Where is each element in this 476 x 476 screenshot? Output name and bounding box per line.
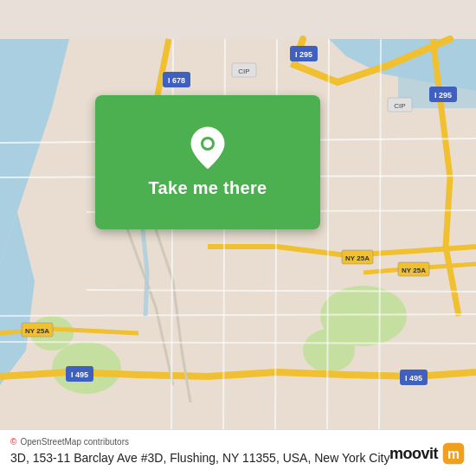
moovit-icon: m bbox=[441, 441, 466, 466]
svg-text:I 678: I 678 bbox=[168, 76, 185, 85]
svg-point-41 bbox=[203, 139, 212, 148]
svg-text:I 495: I 495 bbox=[405, 374, 422, 383]
svg-text:CIP: CIP bbox=[394, 102, 405, 110]
map-background: I 295 I 678 NY 25A NY 25A I 495 I 495 NY… bbox=[0, 0, 476, 476]
moovit-brand-text: moovit bbox=[389, 445, 438, 463]
attribution-text: OpenStreetMap contributors bbox=[20, 437, 129, 447]
svg-text:NY 25A: NY 25A bbox=[402, 267, 426, 274]
svg-text:I 295: I 295 bbox=[434, 91, 452, 100]
map-container: I 295 I 678 NY 25A NY 25A I 495 I 495 NY… bbox=[0, 0, 476, 476]
osm-attribution-symbol: © bbox=[10, 437, 16, 447]
svg-text:NY 25A: NY 25A bbox=[25, 327, 49, 335]
moovit-logo: moovit m bbox=[389, 441, 466, 466]
info-bar: © OpenStreetMap contributors 3D, 153-11 … bbox=[0, 429, 476, 476]
location-pin-icon bbox=[186, 126, 229, 170]
svg-text:CIP: CIP bbox=[238, 68, 249, 75]
map-svg: I 295 I 678 NY 25A NY 25A I 495 I 495 NY… bbox=[0, 0, 476, 476]
take-me-there-button[interactable]: Take me there bbox=[149, 178, 267, 198]
address-line: 3D, 153-11 Barclay Ave #3D, Flushing, NY… bbox=[10, 450, 389, 467]
svg-text:m: m bbox=[447, 447, 460, 461]
svg-text:I 495: I 495 bbox=[71, 370, 88, 379]
svg-point-6 bbox=[303, 329, 355, 372]
action-panel: Take me there bbox=[95, 95, 320, 229]
svg-text:NY 25A: NY 25A bbox=[345, 254, 370, 262]
svg-text:I 295: I 295 bbox=[295, 50, 312, 59]
